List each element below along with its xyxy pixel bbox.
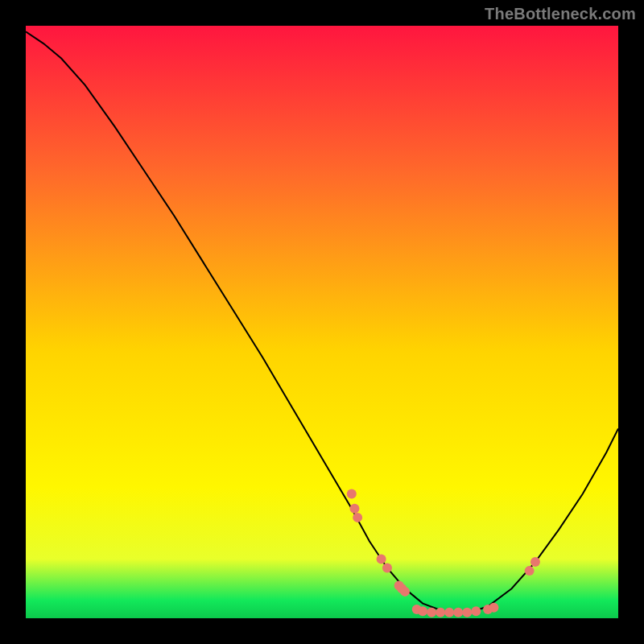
chart-background	[26, 26, 618, 618]
watermark-text: TheBottleneck.com	[485, 5, 636, 23]
sample-point	[418, 606, 427, 616]
sample-point	[471, 606, 481, 616]
sample-point	[489, 603, 498, 613]
bottleneck-chart	[26, 26, 618, 618]
sample-point	[382, 563, 392, 572]
sample-point	[525, 566, 535, 576]
sample-point	[377, 554, 386, 564]
sample-point	[453, 608, 463, 617]
sample-point	[444, 608, 454, 617]
sample-point	[349, 504, 359, 514]
sample-point	[530, 557, 540, 567]
sample-point	[436, 608, 445, 617]
sample-point	[347, 489, 357, 498]
sample-point	[400, 587, 410, 597]
sample-point	[462, 608, 472, 617]
sample-point	[427, 608, 436, 617]
sample-point	[353, 513, 362, 522]
chart-frame	[26, 26, 618, 618]
